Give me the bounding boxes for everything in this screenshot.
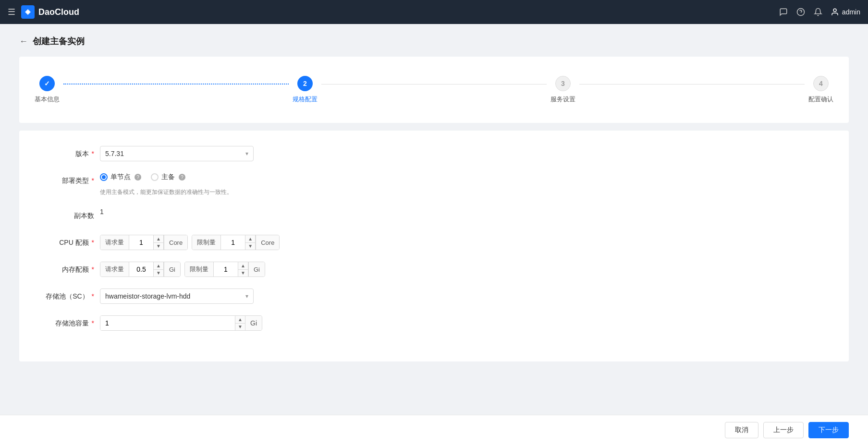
step-3-label: 服务设置	[550, 95, 575, 104]
radio-single-inner	[102, 175, 106, 179]
memory-limit-down[interactable]: ▼	[238, 270, 248, 277]
cpu-label: CPU 配额 *	[42, 235, 100, 250]
version-required: *	[90, 150, 94, 157]
stepper: ✓ 基本信息 2 规格配置 3 服务设置 4	[35, 68, 833, 111]
cpu-content: 请求量 ▲ ▼ Core 限制量	[100, 235, 826, 250]
logo: DaoCloud	[21, 5, 79, 19]
cpu-request-input[interactable]	[129, 235, 153, 250]
single-help-icon[interactable]: ?	[134, 174, 141, 180]
step-4-label: 配置确认	[808, 95, 833, 104]
cpu-limit-group: 限制量 ▲ ▼ Core	[192, 235, 280, 250]
step-1: ✓ 基本信息	[35, 76, 60, 104]
memory-limit-prefix: 限制量	[185, 262, 214, 277]
step-1-label: 基本信息	[35, 95, 60, 104]
cancel-button[interactable]: 取消	[725, 422, 758, 438]
replica-value: 1	[100, 208, 104, 216]
storage-capacity-input-wrap: ▲ ▼ Gi	[100, 315, 262, 331]
memory-row: 内存配额 * 请求量 ▲ ▼ Gi	[42, 262, 826, 277]
memory-request-down[interactable]: ▼	[154, 270, 163, 277]
memory-limit-suffix: Gi	[248, 262, 265, 277]
memory-request-prefix: 请求量	[100, 262, 129, 277]
radio-single-label: 单节点	[110, 173, 131, 181]
page-title: 创建主备实例	[33, 36, 85, 47]
memory-request-up[interactable]: ▲	[154, 262, 163, 270]
version-value: 5.7.31	[105, 150, 124, 157]
storage-capacity-suffix: Gi	[245, 316, 262, 330]
step-line-2	[321, 84, 547, 84]
user-menu[interactable]: admin	[831, 8, 860, 16]
memory-limit-up[interactable]: ▲	[238, 262, 248, 270]
step-3-circle: 3	[555, 76, 571, 91]
memory-request-input-group: 请求量 ▲ ▼ Gi	[100, 262, 181, 277]
step-4-circle: 4	[813, 76, 829, 91]
cpu-request-prefix: 请求量	[100, 235, 129, 250]
cpu-request-down[interactable]: ▼	[154, 243, 163, 250]
radio-master-label: 主备	[161, 173, 175, 181]
version-select[interactable]: 5.7.31 ▾	[100, 146, 254, 161]
username: admin	[842, 8, 860, 16]
cpu-limit-number-wrap: ▲ ▼	[221, 235, 256, 250]
step-3: 3 服务设置	[550, 76, 575, 104]
svg-point-1	[26, 11, 29, 13]
cpu-request-group: 请求量 ▲ ▼ Core	[100, 235, 188, 250]
storage-capacity-row: 存储池容量 * ▲ ▼ Gi	[42, 315, 826, 331]
header: ☰ DaoCloud admin	[0, 0, 868, 24]
deploy-type-radio-group: 单节点 ? 主备 ?	[100, 173, 185, 181]
storage-capacity-down[interactable]: ▼	[235, 324, 245, 331]
replica-row: 副本数 1	[42, 208, 826, 223]
storage-capacity-input[interactable]	[100, 316, 235, 330]
storage-capacity-up[interactable]: ▲	[235, 316, 245, 324]
memory-content: 请求量 ▲ ▼ Gi 限制量	[100, 262, 826, 277]
user-icon	[831, 8, 839, 16]
cpu-limit-input[interactable]	[221, 235, 245, 250]
master-help-icon[interactable]: ?	[179, 174, 185, 180]
prev-button[interactable]: 上一步	[763, 422, 804, 438]
storage-pool-row: 存储池（SC） * hwameistor-storage-lvm-hdd ▾	[42, 289, 826, 304]
radio-single[interactable]: 单节点 ?	[100, 173, 141, 181]
step-2-label: 规格配置	[293, 95, 318, 104]
radio-master[interactable]: 主备 ?	[151, 173, 185, 181]
step-1-index: ✓	[44, 80, 50, 87]
memory-limit-input-group: 限制量 ▲ ▼ Gi	[184, 262, 265, 277]
cpu-request-up[interactable]: ▲	[154, 235, 163, 243]
memory-request-spin: ▲ ▼	[153, 262, 163, 277]
step-line-1	[63, 84, 289, 84]
bell-icon[interactable]	[813, 7, 823, 17]
next-button[interactable]: 下一步	[808, 422, 849, 438]
memory-limit-input[interactable]	[214, 262, 238, 277]
memory-request-number-wrap: ▲ ▼	[129, 262, 164, 277]
storage-pool-select[interactable]: hwameistor-storage-lvm-hdd ▾	[100, 289, 254, 304]
radio-single-outer	[100, 173, 108, 181]
cpu-limit-suffix: Core	[256, 235, 279, 250]
cpu-limit-down[interactable]: ▼	[245, 243, 255, 250]
cpu-request-number-wrap: ▲ ▼	[129, 235, 164, 250]
replica-label: 副本数	[42, 208, 100, 223]
step-3-index: 3	[561, 80, 565, 87]
menu-icon[interactable]: ☰	[8, 7, 15, 17]
deploy-type-label: 部署类型 *	[42, 173, 100, 188]
step-1-circle: ✓	[39, 76, 55, 91]
step-2: 2 规格配置	[293, 76, 318, 104]
cpu-request-spin: ▲ ▼	[153, 235, 163, 250]
step-4: 4 配置确认	[808, 76, 833, 104]
replica-content: 1	[100, 208, 826, 216]
deploy-type-row: 部署类型 * 单节点 ? 主备 ?	[42, 173, 826, 196]
step-2-circle: 2	[297, 76, 313, 91]
cpu-limit-up[interactable]: ▲	[245, 235, 255, 243]
version-row: 版本 * 5.7.31 ▾	[42, 146, 826, 161]
storage-capacity-label: 存储池容量 *	[42, 315, 100, 331]
version-label: 版本 *	[42, 146, 100, 161]
deploy-type-hint: 使用主备模式，能更加保证数据的准确性与一致性。	[100, 188, 232, 196]
form-card: 版本 * 5.7.31 ▾ 部署类型 * 单节	[19, 131, 849, 361]
cpu-request-suffix: Core	[164, 235, 187, 250]
back-button[interactable]: ←	[19, 36, 28, 47]
step-4-index: 4	[819, 80, 823, 87]
message-icon[interactable]	[779, 7, 788, 17]
version-arrow-icon: ▾	[245, 150, 248, 157]
cpu-limit-spin: ▲ ▼	[245, 235, 255, 250]
memory-label: 内存配额 *	[42, 262, 100, 277]
memory-request-input[interactable]	[129, 262, 153, 277]
help-icon[interactable]	[796, 7, 806, 17]
storage-pool-value: hwameistor-storage-lvm-hdd	[105, 292, 190, 300]
storage-capacity-content: ▲ ▼ Gi	[100, 315, 826, 331]
